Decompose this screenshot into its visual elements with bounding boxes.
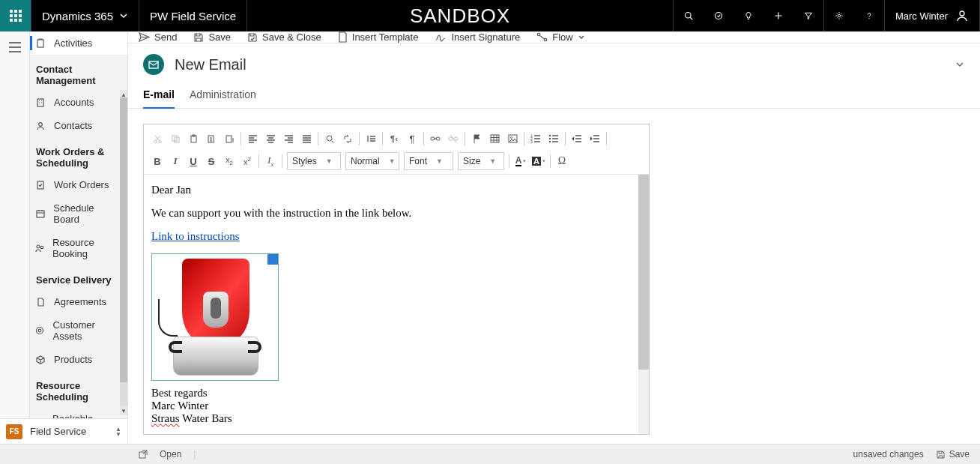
editor-scroll-thumb[interactable] [638,175,649,370]
flow-button[interactable]: Flow [536,31,584,43]
outdent-button[interactable] [568,130,586,147]
link-button[interactable] [426,130,444,147]
align-center-button[interactable] [261,130,279,147]
image-button[interactable] [503,130,521,147]
sidebar-item-schedule-board[interactable]: Schedule Board [30,196,127,231]
cut-button[interactable] [148,130,166,147]
svg-point-39 [549,138,551,139]
ltr-button[interactable]: ¶‹ [385,130,403,147]
content-area: Send Save Save & Close Insert Template I… [128,31,980,444]
paste-button[interactable] [184,130,202,147]
send-button[interactable]: Send [139,31,177,43]
environment-label: SANDBOX [247,0,674,31]
sidebar-scrollbar-thumb[interactable] [120,97,127,382]
email-link[interactable]: Link to instructions [151,230,240,242]
save-close-button[interactable]: Save & Close [247,31,321,43]
unlink-button[interactable] [444,130,462,147]
save-button[interactable]: Save [193,31,231,43]
paste-icon [189,134,199,144]
paste-text-icon [207,134,217,144]
hamburger-button[interactable] [8,42,22,52]
area-switcher[interactable]: FS Field Service ▲▼ [0,418,128,444]
bg-color-button[interactable]: A▾ [530,153,548,169]
format-dropdown[interactable]: Normal▼ [345,152,399,170]
styles-dropdown[interactable]: Styles▼ [287,152,341,170]
popout-icon [139,450,148,459]
sidebar-item-contacts[interactable]: Contacts [30,114,127,137]
anchor-button[interactable] [468,130,486,147]
app-launcher-button[interactable] [0,0,31,31]
bullet-list-button[interactable] [545,130,563,147]
inserted-image[interactable] [151,253,279,381]
underline-button[interactable]: U [184,153,202,169]
calendar-icon [34,208,46,219]
outdent-icon [572,134,582,143]
font-dropdown[interactable]: Font▼ [404,152,453,170]
help-icon [865,10,874,22]
paste-text-button[interactable] [202,130,220,147]
status-save-button[interactable]: Save [936,449,970,460]
app-name[interactable]: PW Field Service [139,0,247,31]
svg-point-11 [40,246,43,248]
svg-point-16 [538,33,540,35]
subscript-button[interactable]: x2 [220,153,238,169]
command-bar: Send Save Save & Close Insert Template I… [128,31,980,43]
assistant-button[interactable] [734,0,763,31]
sidebar-item-activities[interactable]: Activities [30,31,127,55]
sidebar-item-accounts[interactable]: Accounts [30,91,127,114]
superscript-button[interactable]: x2 [238,153,256,169]
size-dropdown[interactable]: Size▼ [458,152,504,170]
copy-button[interactable] [166,130,184,147]
remove-format-button[interactable]: Ix [261,153,279,169]
special-char-button[interactable]: Ω [553,153,571,169]
align-justify-button[interactable] [297,130,315,147]
insert-signature-button[interactable]: Insert Signature [435,31,520,43]
strike-button[interactable]: S [202,153,220,169]
tab-email[interactable]: E-mail [143,82,175,108]
bold-icon: B [154,156,160,167]
gear-icon [835,10,844,22]
filter-button[interactable] [793,0,823,31]
paste-word-button[interactable] [220,130,238,147]
quick-create-button[interactable] [763,0,793,31]
rtl-button[interactable]: ¶ [403,130,421,147]
svg-point-3 [868,18,869,19]
image-icon [508,134,518,143]
search-icon [684,10,693,22]
header-collapse-button[interactable] [955,59,965,70]
editor-toolbar: ¶‹ ¶ 123 [144,124,649,175]
align-right-button[interactable] [279,130,297,147]
sidebar-item-customer-assets[interactable]: Customer Assets [30,313,127,348]
text-color-button[interactable]: A▾ [512,153,530,169]
status-popout-button[interactable] [139,450,148,459]
insert-template-button[interactable]: Insert Template [338,31,419,43]
italic-button[interactable]: I [166,153,184,169]
email-body-editor[interactable]: Dear Jan We can support you with the ins… [144,175,638,434]
scroll-down-arrow[interactable]: ▼ [120,406,127,415]
blockquote-button[interactable] [362,130,380,147]
help-button[interactable] [854,0,884,31]
replace-button[interactable] [339,130,357,147]
product-switcher[interactable]: Dynamics 365 [31,0,139,31]
sidebar-item-products[interactable]: Products [30,348,127,371]
global-topbar: Dynamics 365 PW Field Service SANDBOX Ma… [0,0,980,31]
numbered-list-button[interactable]: 123 [527,130,545,147]
copy-icon [171,134,181,144]
signature-line: Best regards [151,387,631,400]
funnel-icon [804,10,813,22]
tab-administration[interactable]: Administration [190,82,256,108]
settings-button[interactable] [824,0,854,31]
align-left-button[interactable] [244,130,261,147]
find-button[interactable] [321,130,339,147]
table-button[interactable] [486,130,503,147]
sidebar-item-work-orders[interactable]: Work Orders [30,173,127,196]
user-menu[interactable]: Marc Winter [885,0,980,31]
editor-scrollbar[interactable] [638,175,649,434]
task-button[interactable] [704,0,734,31]
indent-button[interactable] [586,130,604,147]
search-icon [325,134,335,144]
sidebar-item-resource-booking[interactable]: Resource Booking [30,231,127,265]
bold-button[interactable]: B [148,153,166,169]
sidebar-item-agreements[interactable]: Agreements [30,290,127,313]
search-button[interactable] [674,0,704,31]
